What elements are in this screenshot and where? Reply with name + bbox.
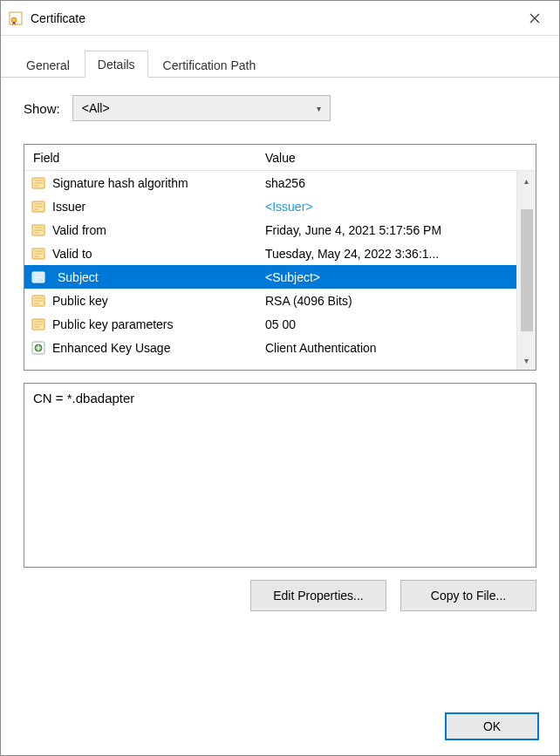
show-dropdown[interactable]: <All> ▾ xyxy=(72,95,331,121)
button-label: Copy to File... xyxy=(431,589,506,603)
table-row[interactable]: Signature hash algorithmsha256 xyxy=(24,171,516,194)
scroll-thumb[interactable] xyxy=(521,209,533,331)
field-icon xyxy=(30,221,47,239)
field-value: <Issuer> xyxy=(260,200,516,214)
field-value: <Subject> xyxy=(260,270,516,284)
tab-certification-path[interactable]: Certification Path xyxy=(150,51,270,78)
column-header-value[interactable]: Value xyxy=(260,151,516,165)
field-icon xyxy=(30,269,47,286)
certificate-icon xyxy=(8,10,24,26)
field-icon xyxy=(30,292,47,310)
field-name: Signature hash algorithm xyxy=(52,176,260,190)
close-button[interactable] xyxy=(517,5,552,31)
ok-button[interactable]: OK xyxy=(445,712,539,740)
detail-text: CN = *.dbadapter xyxy=(33,391,134,405)
copy-to-file-button[interactable]: Copy to File... xyxy=(400,580,536,611)
field-list: Field Value Signature hash algorithmsha2… xyxy=(24,144,536,371)
field-value: Client Authentication xyxy=(260,341,516,355)
details-panel: Show: <All> ▾ Field Value Signature hash… xyxy=(1,78,559,623)
scrollbar[interactable]: ▴ ▾ xyxy=(516,171,536,370)
field-name: Enhanced Key Usage xyxy=(52,341,260,355)
titlebar: Certificate xyxy=(1,1,559,36)
table-row[interactable]: Issuer<Issuer> xyxy=(24,194,516,218)
tab-details[interactable]: Details xyxy=(85,51,148,78)
chevron-down-icon: ▾ xyxy=(317,104,321,113)
field-icon xyxy=(30,245,47,262)
show-row: Show: <All> ▾ xyxy=(24,95,536,121)
list-body: Signature hash algorithmsha256Issuer<Iss… xyxy=(24,171,516,370)
button-label: Edit Properties... xyxy=(273,589,364,603)
extension-icon xyxy=(30,339,47,357)
tab-general[interactable]: General xyxy=(13,51,83,78)
field-name: Valid to xyxy=(52,247,260,261)
field-icon xyxy=(30,316,47,333)
table-row[interactable]: Enhanced Key UsageClient Authentication xyxy=(24,336,516,359)
show-label: Show: xyxy=(24,101,60,116)
list-header: Field Value xyxy=(24,145,536,171)
field-name: Valid from xyxy=(52,223,260,237)
footer: OK xyxy=(445,712,539,740)
table-row[interactable]: Valid toTuesday, May 24, 2022 3:36:1... xyxy=(24,242,516,265)
field-name: Public key parameters xyxy=(52,317,260,331)
tab-label: Certification Path xyxy=(163,58,256,72)
field-icon xyxy=(30,198,47,215)
scroll-up-icon[interactable]: ▴ xyxy=(519,173,535,188)
field-name: Issuer xyxy=(52,200,260,214)
table-row[interactable]: Public keyRSA (4096 Bits) xyxy=(24,289,516,312)
edit-properties-button[interactable]: Edit Properties... xyxy=(250,580,386,611)
detail-text-box: CN = *.dbadapter xyxy=(24,383,536,568)
scroll-down-icon[interactable]: ▾ xyxy=(519,352,535,368)
table-row[interactable]: Valid fromFriday, June 4, 2021 5:17:56 P… xyxy=(24,218,516,242)
field-value: RSA (4096 Bits) xyxy=(260,294,516,308)
show-value: <All> xyxy=(82,101,110,115)
field-value: 05 00 xyxy=(260,317,516,331)
field-value: Friday, June 4, 2021 5:17:56 PM xyxy=(260,223,516,237)
field-value: Tuesday, May 24, 2022 3:36:1... xyxy=(260,247,516,261)
field-icon xyxy=(30,174,47,192)
column-header-field[interactable]: Field xyxy=(24,151,260,165)
tab-bar: General Details Certification Path xyxy=(1,36,559,78)
button-row: Edit Properties... Copy to File... xyxy=(24,580,536,611)
field-name: Subject xyxy=(52,270,260,284)
tab-label: Details xyxy=(98,58,135,72)
tab-label: General xyxy=(26,58,70,72)
button-label: OK xyxy=(483,719,501,733)
field-name: Public key xyxy=(52,294,260,308)
window-title: Certificate xyxy=(31,11,517,25)
field-value: sha256 xyxy=(260,176,516,190)
table-row[interactable]: Public key parameters05 00 xyxy=(24,312,516,336)
table-row[interactable]: Subject<Subject> xyxy=(24,265,516,289)
